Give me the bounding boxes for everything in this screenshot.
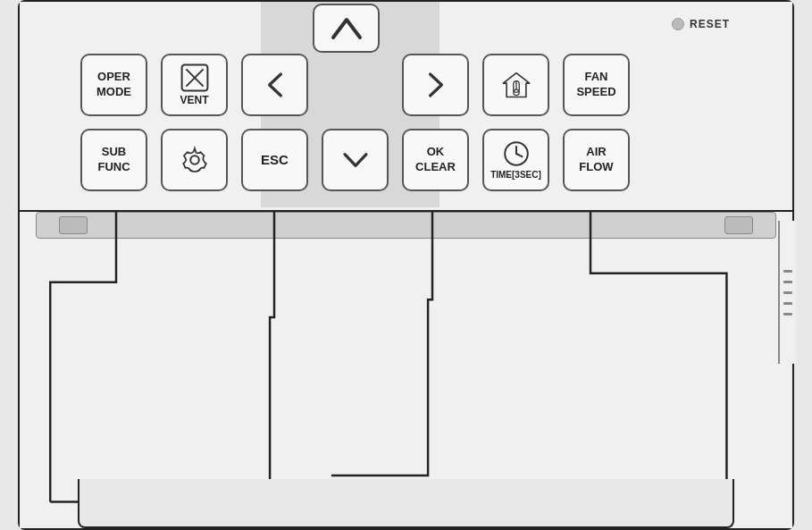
rail-cap-right	[724, 216, 753, 234]
esc-label: ESC	[261, 152, 289, 168]
time-label: TIME[3SEC]	[490, 170, 541, 181]
reset-label: RESET	[690, 18, 730, 30]
right-arrow-icon	[422, 71, 450, 99]
reset-indicator-dot	[672, 18, 684, 30]
temp-button[interactable]	[482, 54, 549, 116]
air-flow-label: AIRFLOW	[579, 145, 613, 175]
svg-point-6	[190, 156, 199, 164]
ok-clear-button[interactable]: OKCLEAR	[402, 129, 469, 191]
left-arrow-icon	[261, 71, 289, 99]
settings-button[interactable]	[161, 129, 228, 191]
air-flow-button[interactable]: AIRFLOW	[563, 129, 630, 191]
vent-slit	[783, 313, 792, 315]
sub-func-label: SUBFUNC	[97, 145, 130, 175]
down-arrow-icon	[341, 146, 370, 174]
device-base	[78, 479, 734, 528]
fan-speed-button[interactable]: FANSPEED	[563, 54, 630, 116]
right-arrow-button[interactable]	[402, 54, 469, 116]
house-temp-icon	[502, 71, 531, 99]
vent-slit	[783, 270, 792, 273]
vent-label: VENT	[180, 94, 208, 106]
clock-icon	[502, 139, 531, 168]
esc-button[interactable]: ESC	[241, 129, 308, 191]
top-panel: RESET OPERMODE VENT	[20, 2, 792, 212]
down-arrow-button[interactable]	[322, 129, 389, 191]
reset-area: RESET	[672, 18, 730, 30]
vent-icon	[180, 63, 209, 92]
time-button[interactable]: TIME[3SEC]	[482, 129, 549, 191]
vent-slit	[783, 281, 792, 283]
sub-func-button[interactable]: SUBFUNC	[80, 129, 147, 191]
oper-mode-button[interactable]: OPERMODE	[80, 54, 147, 116]
ok-clear-label: OKCLEAR	[415, 145, 456, 175]
vent-button[interactable]: VENT	[161, 54, 228, 116]
vent-slit	[783, 291, 792, 294]
vent-slit	[783, 302, 792, 305]
up-arrow-icon	[329, 15, 364, 42]
up-arrow-button[interactable]	[313, 4, 380, 53]
oper-mode-label: OPERMODE	[96, 70, 131, 100]
slide-rail	[36, 212, 776, 239]
device-panel: RESET OPERMODE VENT	[18, 0, 794, 530]
fan-speed-label: FANSPEED	[576, 70, 615, 100]
vent-slits	[778, 221, 796, 364]
svg-line-9	[516, 154, 522, 156]
gear-icon	[180, 146, 209, 174]
rail-cap-left	[59, 216, 88, 234]
left-arrow-button[interactable]	[241, 54, 308, 116]
